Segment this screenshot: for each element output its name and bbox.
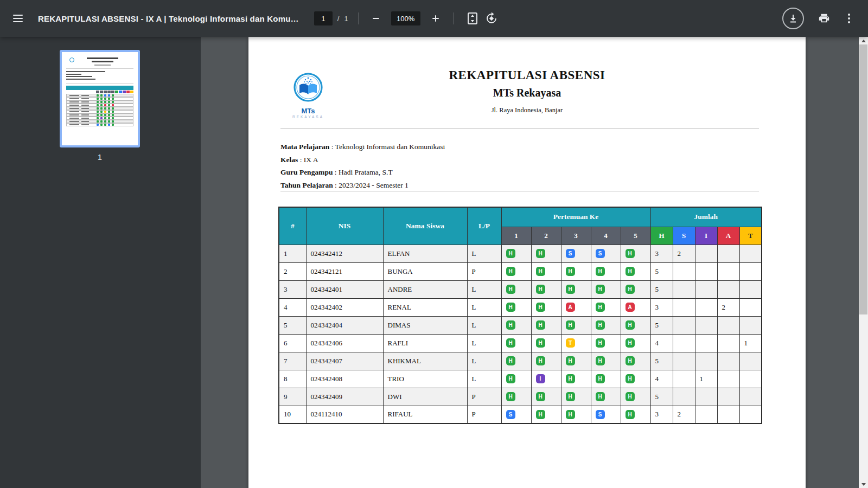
status-badge-h: H (566, 410, 575, 419)
total-cell-t: 1 (739, 334, 762, 352)
download-icon[interactable] (779, 4, 807, 33)
student-nis: 024342401 (306, 280, 383, 298)
status-badge-h: H (536, 285, 545, 294)
meeting-status-cell: H (531, 352, 561, 370)
total-header-h: H (650, 227, 673, 245)
total-cell-s (673, 352, 695, 370)
meeting-status-cell: A (561, 298, 591, 316)
scrollbar-thumb[interactable] (859, 44, 867, 314)
total-cell-h: 4 (650, 334, 673, 352)
column-header: L/P (467, 207, 501, 245)
meeting-status-cell: H (591, 316, 621, 334)
total-header-a: A (717, 227, 739, 245)
report-meta: Mata Pelajaran : Teknologi Informasi dan… (280, 143, 445, 194)
student-name: ELFAN (383, 245, 467, 262)
zoom-out-icon[interactable] (368, 11, 384, 26)
rotate-icon[interactable] (482, 9, 501, 28)
status-badge-h: H (626, 356, 635, 365)
total-cell-s (673, 262, 695, 280)
student-name: BUNGA (383, 262, 467, 280)
attendance-table: #NISNama SiswaL/PPertemuan KeJumlah12345… (278, 207, 762, 424)
status-badge-h: H (596, 356, 605, 365)
meeting-status-cell: H (591, 334, 621, 352)
total-cell-s (673, 316, 695, 334)
row-number: 8 (279, 370, 306, 388)
status-badge-h: H (506, 285, 515, 294)
student-name: KHIKMAL (383, 352, 467, 370)
meeting-number-header: 2 (531, 227, 561, 245)
meeting-number-header: 5 (621, 227, 650, 245)
status-badge-a: A (626, 303, 635, 312)
meeting-status-cell: H (591, 280, 621, 298)
meeting-status-cell: H (591, 298, 621, 316)
total-cell-i (695, 280, 717, 298)
student-nis: 024342412 (306, 245, 383, 262)
total-cell-s: 2 (673, 245, 695, 262)
school-logo: MTs REKAYASA (288, 72, 329, 119)
status-badge-h: H (626, 410, 635, 419)
student-name: RAFLI (383, 334, 467, 352)
table-row: 7024342407KHIKMALLHHHHH5 (279, 352, 762, 370)
status-badge-h: H (626, 267, 635, 276)
menu-icon[interactable] (10, 9, 26, 28)
student-gender: L (467, 245, 501, 262)
status-badge-i: I (536, 374, 545, 383)
total-header-i: I (695, 227, 717, 245)
total-cell-i (695, 406, 717, 423)
zoom-in-icon[interactable] (428, 11, 443, 26)
total-cell-s (673, 388, 695, 406)
thumbnail-page-number: 1 (60, 152, 140, 162)
status-badge-h: H (596, 338, 605, 348)
student-nis: 024342402 (306, 298, 383, 316)
student-nis: 024342404 (306, 316, 383, 334)
print-icon[interactable] (815, 9, 833, 28)
meeting-status-cell: H (501, 280, 531, 298)
status-badge-h: H (566, 285, 575, 294)
row-number: 6 (279, 334, 306, 352)
student-gender: P (467, 406, 501, 423)
meeting-status-cell: H (621, 370, 650, 388)
total-cell-i (695, 262, 717, 280)
status-badge-h: H (506, 320, 515, 330)
meeting-status-cell: H (561, 262, 591, 280)
student-gender: L (467, 280, 501, 298)
status-badge-h: H (506, 303, 515, 312)
scroll-down-icon[interactable] (859, 480, 868, 488)
meeting-status-cell: H (531, 298, 561, 316)
meeting-status-cell: H (621, 316, 650, 334)
meeting-status-cell: H (501, 298, 531, 316)
total-header-t: T (739, 227, 762, 245)
meeting-status-cell: S (561, 245, 591, 262)
status-badge-h: H (506, 249, 515, 258)
attendance-table-head: #NISNama SiswaL/PPertemuan KeJumlah12345… (279, 207, 762, 245)
total-cell-a (717, 334, 739, 352)
student-gender: L (467, 316, 501, 334)
page-thumbnail[interactable] (60, 50, 140, 147)
meeting-status-cell: H (561, 316, 591, 334)
row-number: 4 (279, 298, 306, 316)
total-cell-a (717, 280, 739, 298)
status-badge-h: H (596, 374, 605, 383)
student-name: DWI (383, 388, 467, 406)
meeting-status-cell: H (531, 262, 561, 280)
logo-text-rekayasa: REKAYASA (288, 115, 329, 119)
student-name: DIMAS (383, 316, 467, 334)
total-cell-t (739, 406, 762, 423)
total-cell-i (695, 334, 717, 352)
fit-page-icon[interactable] (463, 9, 482, 28)
meeting-status-cell: H (621, 262, 650, 280)
column-header: # (279, 207, 306, 245)
meeting-status-cell: H (531, 280, 561, 298)
status-badge-h: H (626, 320, 635, 330)
scroll-up-icon[interactable] (859, 37, 868, 44)
meeting-status-cell: H (621, 352, 650, 370)
page-number-input[interactable] (314, 11, 333, 25)
row-number: 10 (279, 406, 306, 423)
table-row: 9024342409DWIPHHHHH5 (279, 388, 762, 406)
student-nis: 024342407 (306, 352, 383, 370)
student-name: ANDRE (383, 280, 467, 298)
total-cell-a (717, 316, 739, 334)
status-badge-h: H (626, 285, 635, 294)
student-name: RIFAUL (383, 406, 467, 423)
more-vert-icon[interactable] (841, 10, 857, 27)
